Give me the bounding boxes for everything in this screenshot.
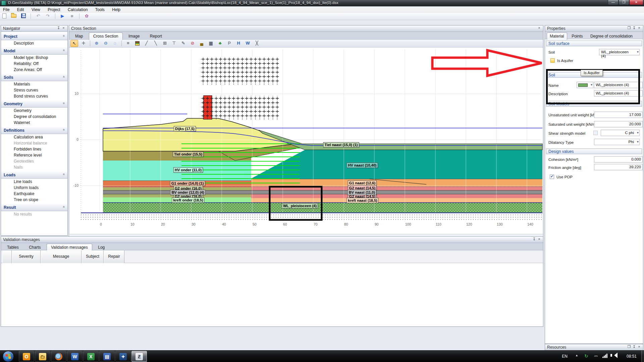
soil-surface-dropdown[interactable]: WL_pleistoceen (4)▾ <box>599 49 640 55</box>
tab-report[interactable]: Report <box>146 33 166 40</box>
nav-item-calculation-area[interactable]: Calculation area <box>1 134 67 140</box>
name-field[interactable]: WL_pleistoceen (4) <box>594 82 643 88</box>
close-icon[interactable]: × <box>61 26 66 30</box>
new-file-button[interactable] <box>1 13 8 19</box>
zoom-out-button[interactable]: ⊖ <box>102 40 110 47</box>
p-load-tool-button[interactable]: P <box>225 40 233 47</box>
use-pop-checkbox[interactable] <box>550 175 554 179</box>
subject-column-header[interactable]: Subject <box>82 250 104 263</box>
nav-section-project[interactable]: Project« <box>1 33 67 40</box>
forbidden-line-tool-button[interactable]: ⊘ <box>189 40 196 47</box>
measure-tool-button[interactable]: ⊤ <box>170 40 178 47</box>
nav-item-waternet[interactable]: Waternet <box>1 120 67 126</box>
friction-angle-field[interactable]: 39.220 <box>594 164 643 170</box>
nav-item-geometry[interactable]: Geometry <box>1 108 67 114</box>
edit-tool-button[interactable]: ✎ <box>179 40 187 47</box>
grid-tool-button[interactable]: ⊞ <box>161 40 169 47</box>
taskbar-firefox-button[interactable] <box>51 351 66 362</box>
select-tool-button[interactable]: ↖ <box>70 40 78 47</box>
options-gear-button[interactable]: ✿ <box>83 13 91 19</box>
clock[interactable]: 08:51 <box>627 354 637 359</box>
undo-button[interactable]: ↶ <box>35 13 42 19</box>
cohesion-field[interactable]: 0.000 <box>594 156 643 163</box>
is-aquifer-checkbox[interactable] <box>550 58 555 63</box>
shear-strength-checkbox[interactable] <box>593 131 598 135</box>
nav-section-geometry[interactable]: Geometry« <box>1 100 67 108</box>
pin-icon[interactable]: ↧ <box>632 345 637 349</box>
nav-section-result[interactable]: Result« <box>1 203 67 211</box>
stop-button[interactable]: ■ <box>68 13 76 19</box>
tab-material[interactable]: Material <box>547 33 567 40</box>
h-boundary-tool-button[interactable]: H <box>235 40 243 47</box>
nail-tool-button[interactable]: ╳ <box>253 40 261 47</box>
nav-item-stress-curves[interactable]: Stress curves <box>1 87 67 93</box>
save-button[interactable] <box>20 13 27 19</box>
menu-tools[interactable]: Tools <box>92 7 108 13</box>
nav-section-loads[interactable]: Loads« <box>1 171 67 179</box>
row-selector-column-header[interactable] <box>2 250 12 263</box>
menu-calculation[interactable]: Calculation <box>65 7 91 13</box>
close-icon[interactable]: × <box>537 26 542 30</box>
taskbar-remote-button[interactable]: ✦ <box>115 351 131 362</box>
taskbar-outlook-button[interactable]: O <box>19 351 34 362</box>
unsaturated-weight-field[interactable]: 17.000 <box>594 112 643 118</box>
tab-points[interactable]: Points <box>569 33 586 40</box>
taskbar-explorer-button[interactable]: 🗀 <box>35 351 50 362</box>
nav-item-forbidden-lines[interactable]: Forbidden lines <box>1 146 67 152</box>
pin-icon[interactable]: ↧ <box>532 237 537 241</box>
nav-item-tree-on-slope[interactable]: Tree on slope <box>1 197 67 203</box>
dilatancy-type-dropdown[interactable]: Phi▾ <box>594 139 640 145</box>
description-field[interactable]: WL_pleistoceen (4) <box>594 90 643 97</box>
nav-item-earthquake[interactable]: Earthquake <box>1 191 67 197</box>
nav-item-line-loads[interactable]: Line loads <box>1 179 67 185</box>
polyline-tool-button[interactable]: ╱ <box>143 40 150 47</box>
nav-item-materials[interactable]: Materials <box>1 81 67 87</box>
pin-icon[interactable]: ↧ <box>632 26 637 30</box>
nav-section-definitions[interactable]: Definitions« <box>1 126 67 134</box>
taskbar-backup-button[interactable]: ▤ <box>99 351 115 362</box>
menu-view[interactable]: View <box>29 7 43 13</box>
nav-item-reliability[interactable]: Reliability: Off <box>1 61 67 67</box>
close-icon[interactable]: × <box>637 26 642 30</box>
nav-item-description[interactable]: Description <box>1 40 67 46</box>
tab-degree-of-consolidation[interactable]: Degree of consolidation <box>587 33 636 40</box>
hidden-icons-arrow[interactable]: ▲ <box>575 354 578 357</box>
run-calculation-button[interactable]: ▶ <box>59 13 66 19</box>
menu-help[interactable]: Help <box>109 7 123 13</box>
tab-map[interactable]: Map <box>71 33 87 40</box>
nav-section-soils[interactable]: Soils« <box>1 73 67 81</box>
nav-item-model-type[interactable]: Model type: Bishop <box>1 55 67 61</box>
nav-section-model[interactable]: Model« <box>1 47 67 55</box>
saturated-weight-field[interactable]: 20.000 <box>594 121 643 127</box>
nav-item-degree-of-consolidation[interactable]: Degree of consolidation <box>1 114 67 120</box>
network-signal-icon[interactable] <box>602 353 608 358</box>
soil-layers-tool-button[interactable] <box>133 40 141 47</box>
legend-tool-button[interactable]: ≡ <box>124 40 132 47</box>
pin-icon[interactable]: ↧ <box>56 26 61 30</box>
power-plug-tray-icon[interactable]: ⎓ <box>594 353 598 359</box>
repair-column-header[interactable]: Repair <box>104 250 124 263</box>
add-point-tool-button[interactable]: ╲ <box>152 40 160 47</box>
minimize-button[interactable]: — <box>608 0 619 5</box>
severity-column-header[interactable]: Severity <box>12 250 41 263</box>
shear-strength-dropdown[interactable]: C phi▾ <box>601 130 640 136</box>
message-column-header[interactable]: Message <box>41 250 82 263</box>
nav-item-bond-stress-curves[interactable]: Bond stress curves <box>1 93 67 99</box>
soil-color-dropdown[interactable]: ▾ <box>577 82 593 88</box>
start-button[interactable] <box>3 351 14 362</box>
nav-item-zone-areas[interactable]: Zone Areas: Off <box>1 67 67 73</box>
w-boundary-tool-button[interactable]: W <box>244 40 252 47</box>
nav-item-uniform-loads[interactable]: Uniform loads <box>1 185 67 191</box>
close-button[interactable]: ✕ <box>629 0 643 5</box>
zoom-in-button[interactable]: ⊕ <box>93 40 100 47</box>
tree-on-slope-tool-button[interactable]: ♣ <box>216 40 224 47</box>
validation-table-body[interactable] <box>1 263 543 326</box>
dock-icon[interactable]: ❐ <box>627 345 632 349</box>
taskbar-word-button[interactable]: W <box>67 351 83 362</box>
restore-button[interactable]: ❐ <box>619 0 629 5</box>
dock-icon[interactable]: ❐ <box>627 26 632 30</box>
tab-image[interactable]: Image <box>124 33 144 40</box>
pan-tool-button[interactable]: ✛ <box>79 40 87 47</box>
zoom-rectangle-button[interactable]: ◌ <box>111 40 119 47</box>
tab-cross-section[interactable]: Cross Section <box>89 33 123 40</box>
